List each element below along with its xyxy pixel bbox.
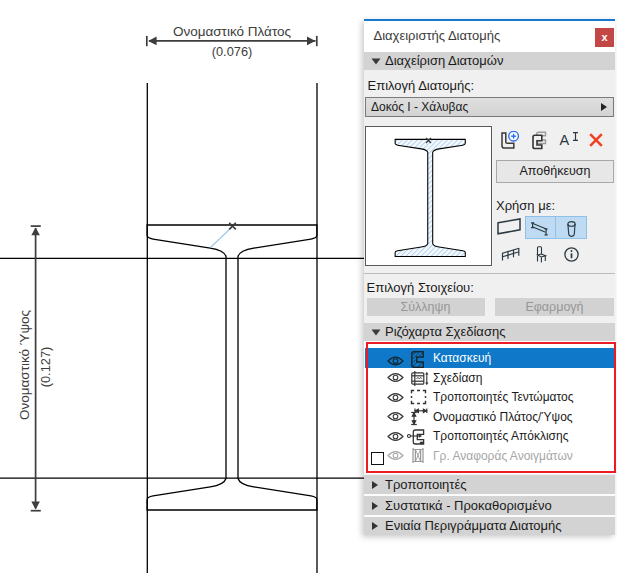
svg-text:Ονομαστικό Ύψος: Ονομαστικό Ύψος [17, 309, 32, 420]
svg-text:(0.127): (0.127) [38, 347, 53, 388]
svg-text:Ονομαστικό Πλάτος: Ονομαστικό Πλάτος [173, 24, 292, 39]
svg-text:(0.076): (0.076) [212, 44, 253, 59]
